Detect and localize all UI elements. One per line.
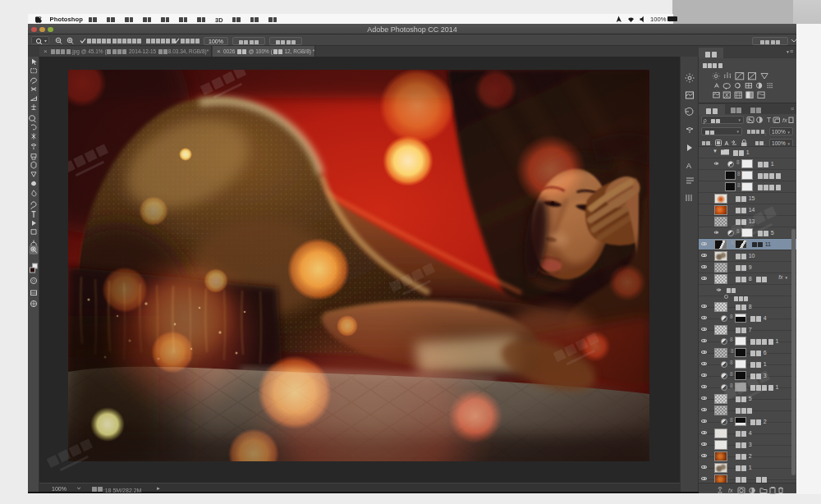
svg-text:fx: fx [782,117,787,124]
svg-text:fx: fx [728,488,733,493]
svg-text:A: A [686,162,691,170]
svg-text:T: T [767,116,771,124]
